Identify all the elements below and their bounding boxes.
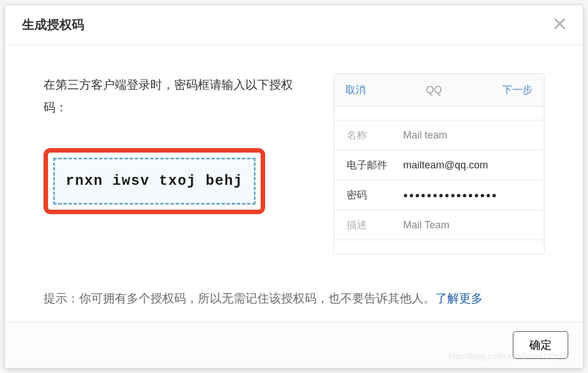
modal-header: 生成授权码 [5,5,583,45]
phone-preview: 取消 QQ 下一步 名称 Mail team 电子邮件 mailteam@qq.… [334,73,544,254]
tip-message: 提示：你可拥有多个授权码，所以无需记住该授权码，也不要告诉其他人。了解更多 [44,290,544,306]
content-row: 在第三方客户端登录时，密码框请输入以下授权码： rnxn iwsv txoj b… [44,73,544,254]
field-desc-value: Mail Team [403,219,531,231]
instruction-text: 在第三方客户端登录时，密码框请输入以下授权码： [44,73,297,119]
modal-footer: 确定 [5,322,583,368]
auth-code-value: rnxn iwsv txoj behj [66,173,243,189]
phone-nav-next[interactable]: 下一步 [502,83,533,97]
field-password-value: ●●●●●●●●●●●●●●●● [403,190,531,199]
learn-more-link[interactable]: 了解更多 [435,292,483,305]
field-desc-label: 描述 [347,218,403,232]
tip-text: 你可拥有多个授权码，所以无需记住该授权码，也不要告诉其他人。 [79,292,435,305]
field-name-value: Mail team [403,129,531,141]
field-email-label: 电子邮件 [347,158,403,172]
close-icon[interactable] [554,18,566,32]
phone-field-email: 电子邮件 mailteam@qq.com [334,150,544,180]
field-password-label: 密码 [347,188,403,202]
modal-title: 生成授权码 [22,16,84,33]
field-name-label: 名称 [347,128,403,142]
phone-nav-cancel[interactable]: 取消 [345,83,366,97]
modal-body: 在第三方客户端登录时，密码框请输入以下授权码： rnxn iwsv txoj b… [5,45,583,322]
phone-field-password: 密码 ●●●●●●●●●●●●●●●● [334,180,544,210]
phone-nav-title: QQ [426,84,442,96]
phone-fields: 名称 Mail team 电子邮件 mailteam@qq.com 密码 ●●●… [334,120,544,240]
phone-field-desc: 描述 Mail Team [334,210,544,240]
watermark-text: http://blog.csdn.net/liyunf123gy [448,351,565,361]
tip-prefix: 提示： [44,292,79,305]
auth-code-highlight: rnxn iwsv txoj behj [44,148,265,214]
authorization-modal: 生成授权码 在第三方客户端登录时，密码框请输入以下授权码： rnxn iwsv … [5,5,583,368]
auth-code-box: rnxn iwsv txoj behj [53,158,256,205]
field-email-value: mailteam@qq.com [403,159,531,171]
phone-nav: 取消 QQ 下一步 [334,74,544,106]
left-column: 在第三方客户端登录时，密码框请输入以下授权码： rnxn iwsv txoj b… [44,73,297,214]
phone-field-name: 名称 Mail team [334,120,544,150]
